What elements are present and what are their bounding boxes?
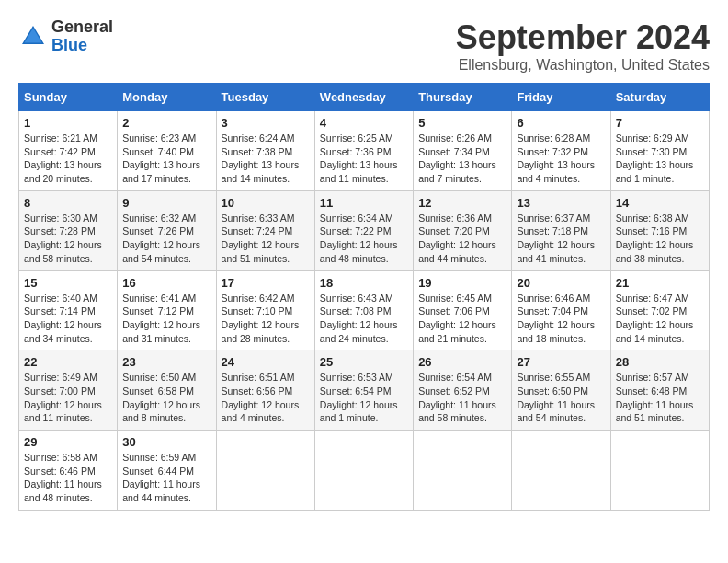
sunrise-time: Sunrise: 6:36 AM [418, 212, 506, 225]
daylight-hours: Daylight: 11 hours and 44 minutes. [122, 477, 210, 504]
daylight-hours: Daylight: 12 hours and 51 minutes. [222, 238, 310, 265]
calendar-cell: 19Sunrise: 6:45 AMSunset: 7:06 PMDayligh… [414, 270, 512, 350]
sunrise-time: Sunrise: 6:55 AM [517, 371, 605, 385]
calendar-cell: 10Sunrise: 6:33 AMSunset: 7:24 PMDayligh… [216, 190, 314, 270]
sunset-time: Sunset: 6:54 PM [320, 385, 408, 398]
calendar-cell: 18Sunrise: 6:43 AMSunset: 7:08 PMDayligh… [314, 270, 413, 350]
day-number: 18 [320, 276, 408, 290]
day-info: Sunrise: 6:41 AMSunset: 7:12 PMDaylight:… [122, 292, 210, 346]
day-number: 5 [418, 116, 506, 130]
day-info: Sunrise: 6:37 AMSunset: 7:18 PMDaylight:… [517, 212, 605, 266]
day-number: 20 [517, 276, 605, 290]
sunset-time: Sunset: 6:50 PM [517, 385, 605, 398]
daylight-hours: Daylight: 12 hours and 58 minutes. [24, 238, 112, 265]
sunrise-time: Sunrise: 6:28 AM [517, 132, 605, 145]
sunset-time: Sunset: 7:04 PM [517, 304, 605, 318]
calendar-week-5: 29Sunrise: 6:58 AMSunset: 6:46 PMDayligh… [19, 431, 710, 511]
day-number: 25 [320, 355, 408, 369]
sunrise-time: Sunrise: 6:51 AM [222, 371, 310, 385]
sunset-time: Sunset: 7:30 PM [616, 145, 704, 159]
sunset-time: Sunset: 7:32 PM [517, 145, 605, 159]
day-info: Sunrise: 6:23 AMSunset: 7:40 PMDaylight:… [122, 132, 210, 186]
calendar-cell: 14Sunrise: 6:38 AMSunset: 7:16 PMDayligh… [610, 190, 709, 270]
day-number: 1 [24, 116, 112, 130]
day-info: Sunrise: 6:33 AMSunset: 7:24 PMDaylight:… [222, 212, 310, 266]
day-info: Sunrise: 6:34 AMSunset: 7:22 PMDaylight:… [320, 212, 408, 266]
daylight-hours: Daylight: 12 hours and 44 minutes. [418, 238, 506, 265]
sunset-time: Sunset: 7:42 PM [24, 145, 112, 159]
daylight-hours: Daylight: 13 hours and 11 minutes. [320, 158, 408, 185]
day-info: Sunrise: 6:24 AMSunset: 7:38 PMDaylight:… [222, 132, 310, 186]
daylight-hours: Daylight: 13 hours and 7 minutes. [418, 158, 506, 185]
sunrise-time: Sunrise: 6:46 AM [517, 292, 605, 305]
day-info: Sunrise: 6:21 AMSunset: 7:42 PMDaylight:… [24, 132, 112, 186]
daylight-hours: Daylight: 12 hours and 11 minutes. [24, 398, 112, 425]
col-sunday: Sunday [19, 84, 118, 111]
sunrise-time: Sunrise: 6:38 AM [616, 212, 704, 225]
col-monday: Monday [118, 84, 216, 111]
logo-general: General [51, 18, 113, 37]
day-number: 4 [320, 116, 408, 130]
sunrise-time: Sunrise: 6:57 AM [616, 371, 704, 385]
calendar-cell: 11Sunrise: 6:34 AMSunset: 7:22 PMDayligh… [314, 190, 413, 270]
calendar-cell: 6Sunrise: 6:28 AMSunset: 7:32 PMDaylight… [512, 111, 610, 191]
sunrise-time: Sunrise: 6:30 AM [24, 212, 112, 225]
calendar-week-2: 8Sunrise: 6:30 AMSunset: 7:28 PMDaylight… [19, 190, 710, 270]
daylight-hours: Daylight: 12 hours and 8 minutes. [122, 398, 210, 425]
daylight-hours: Daylight: 13 hours and 20 minutes. [24, 158, 112, 185]
calendar-cell [216, 431, 314, 511]
day-number: 23 [122, 355, 210, 369]
day-number: 17 [222, 276, 310, 290]
sunset-time: Sunset: 6:46 PM [24, 465, 112, 478]
daylight-hours: Daylight: 13 hours and 14 minutes. [222, 158, 310, 185]
calendar-cell [414, 431, 512, 511]
day-info: Sunrise: 6:29 AMSunset: 7:30 PMDaylight:… [616, 132, 704, 186]
sunset-time: Sunset: 7:28 PM [24, 224, 112, 238]
daylight-hours: Daylight: 12 hours and 21 minutes. [418, 318, 506, 345]
sunrise-time: Sunrise: 6:47 AM [616, 292, 704, 305]
day-number: 16 [122, 276, 210, 290]
daylight-hours: Daylight: 11 hours and 48 minutes. [24, 477, 112, 504]
calendar-cell [610, 431, 709, 511]
sunset-time: Sunset: 7:38 PM [222, 145, 310, 159]
col-saturday: Saturday [610, 84, 709, 111]
calendar-cell: 9Sunrise: 6:32 AMSunset: 7:26 PMDaylight… [118, 190, 216, 270]
day-number: 11 [320, 196, 408, 210]
sunrise-time: Sunrise: 6:41 AM [122, 292, 210, 305]
calendar-cell: 23Sunrise: 6:50 AMSunset: 6:58 PMDayligh… [118, 350, 216, 431]
day-info: Sunrise: 6:45 AMSunset: 7:06 PMDaylight:… [418, 292, 506, 346]
sunrise-time: Sunrise: 6:21 AM [24, 132, 112, 145]
day-number: 30 [122, 435, 210, 449]
calendar-cell: 25Sunrise: 6:53 AMSunset: 6:54 PMDayligh… [314, 350, 413, 431]
daylight-hours: Daylight: 12 hours and 18 minutes. [517, 318, 605, 345]
sunrise-time: Sunrise: 6:23 AM [122, 132, 210, 145]
sunrise-time: Sunrise: 6:29 AM [616, 132, 704, 145]
sunset-time: Sunset: 7:26 PM [122, 224, 210, 238]
daylight-hours: Daylight: 13 hours and 4 minutes. [517, 158, 605, 185]
day-info: Sunrise: 6:59 AMSunset: 6:44 PMDaylight:… [122, 451, 210, 505]
sunset-time: Sunset: 7:00 PM [24, 385, 112, 398]
sunset-time: Sunset: 7:06 PM [418, 304, 506, 318]
sunset-time: Sunset: 7:16 PM [616, 224, 704, 238]
sunrise-time: Sunrise: 6:53 AM [320, 371, 408, 385]
day-info: Sunrise: 6:36 AMSunset: 7:20 PMDaylight:… [418, 212, 506, 266]
sunrise-time: Sunrise: 6:58 AM [24, 451, 112, 465]
day-info: Sunrise: 6:25 AMSunset: 7:36 PMDaylight:… [320, 132, 408, 186]
sunrise-time: Sunrise: 6:25 AM [320, 132, 408, 145]
calendar-cell: 7Sunrise: 6:29 AMSunset: 7:30 PMDaylight… [610, 111, 709, 191]
sunset-time: Sunset: 6:44 PM [122, 465, 210, 478]
logo-blue: Blue [51, 37, 113, 55]
calendar-week-4: 22Sunrise: 6:49 AMSunset: 7:00 PMDayligh… [19, 350, 710, 431]
logo-text: General Blue [51, 18, 113, 55]
col-tuesday: Tuesday [216, 84, 314, 111]
sunset-time: Sunset: 6:48 PM [616, 385, 704, 398]
sunrise-time: Sunrise: 6:37 AM [517, 212, 605, 225]
day-info: Sunrise: 6:40 AMSunset: 7:14 PMDaylight:… [24, 292, 112, 346]
sunrise-time: Sunrise: 6:32 AM [122, 212, 210, 225]
day-number: 13 [517, 196, 605, 210]
header-row: Sunday Monday Tuesday Wednesday Thursday… [19, 84, 710, 111]
daylight-hours: Daylight: 12 hours and 28 minutes. [222, 318, 310, 345]
day-number: 9 [122, 196, 210, 210]
day-info: Sunrise: 6:49 AMSunset: 7:00 PMDaylight:… [24, 371, 112, 425]
col-wednesday: Wednesday [314, 84, 413, 111]
